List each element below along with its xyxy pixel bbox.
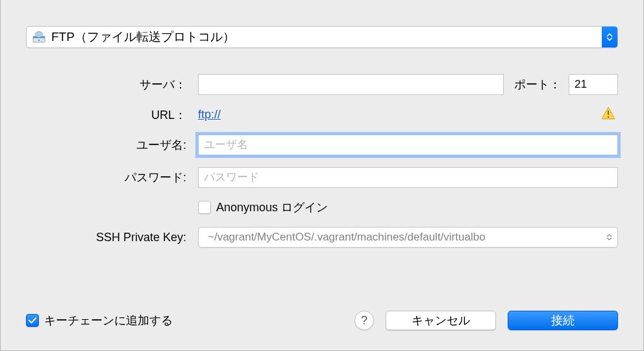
- dropdown-arrows-icon: [602, 27, 617, 47]
- keychain-checkbox[interactable]: [26, 314, 39, 327]
- svg-rect-3: [35, 34, 43, 36]
- protocol-label: FTP（ファイル転送プロトコル）: [51, 29, 602, 46]
- help-icon: ?: [361, 314, 367, 328]
- svg-point-4: [38, 40, 40, 41]
- help-button[interactable]: ?: [354, 311, 374, 330]
- protocol-select[interactable]: FTP（ファイル転送プロトコル）: [26, 26, 618, 48]
- keychain-checkbox-container[interactable]: キーチェーンに追加する: [26, 313, 173, 328]
- cancel-button[interactable]: キャンセル: [386, 311, 496, 330]
- connect-button[interactable]: 接続: [508, 311, 618, 330]
- keychain-label: キーチェーンに追加する: [44, 313, 173, 328]
- ftp-icon: [32, 30, 46, 44]
